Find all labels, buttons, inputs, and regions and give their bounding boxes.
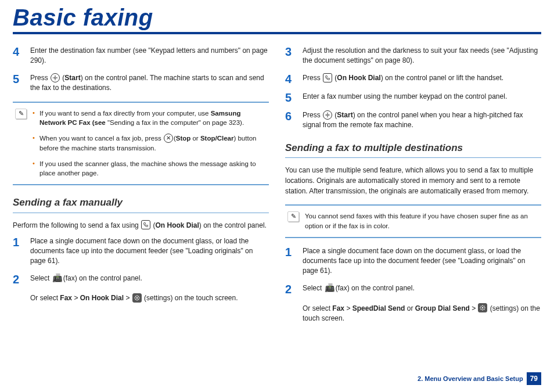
step-body: Enter the destination fax number (see "K… bbox=[30, 46, 269, 66]
step-r5: 5 Enter a fax number using the number ke… bbox=[285, 92, 541, 103]
start-icon bbox=[51, 73, 60, 82]
bold: SpeedDial Send bbox=[352, 304, 405, 312]
svg-line-25 bbox=[484, 309, 484, 310]
text: Perform the following to send a fax usin… bbox=[13, 221, 141, 229]
text: (settings) on the touch screen. bbox=[144, 294, 238, 302]
settings-icon bbox=[132, 293, 142, 303]
text: or bbox=[190, 135, 200, 142]
fax-icon: 📠 bbox=[325, 284, 335, 292]
text: Or select bbox=[303, 304, 332, 312]
subhead-multi: Sending a fax to multiple destinations bbox=[285, 141, 541, 159]
step-body: Select 📠(fax) on the control panel. Or s… bbox=[303, 283, 541, 324]
text: Press bbox=[303, 74, 322, 82]
text: ) on the control panel when you hear a h… bbox=[303, 111, 523, 129]
bold: Start bbox=[337, 111, 352, 119]
note-box: ✎ If you want to send a fax directly fro… bbox=[13, 102, 269, 185]
pencil-icon: ✎ bbox=[287, 211, 299, 222]
step-number: 6 bbox=[285, 110, 296, 131]
step-number: 5 bbox=[285, 92, 296, 103]
step-r6: 6 Press (Start) on the control panel whe… bbox=[285, 110, 541, 131]
svg-line-26 bbox=[481, 309, 481, 310]
step-d1: 1 Place a single document face down on t… bbox=[285, 246, 541, 276]
step-d2: 2 Select 📠(fax) on the control panel. Or… bbox=[285, 283, 541, 324]
note-box: ✎ You cannot send faxes with this featur… bbox=[285, 204, 541, 238]
step-body: Place a single document face down on the… bbox=[303, 246, 541, 276]
svg-line-11 bbox=[138, 299, 139, 300]
text: Press bbox=[30, 74, 50, 82]
svg-point-5 bbox=[136, 297, 138, 299]
text: Select bbox=[303, 284, 324, 292]
text: ) on the control panel or lift the hands… bbox=[381, 74, 503, 82]
step-5: 5 Press (Start) on the control panel. Th… bbox=[13, 73, 269, 93]
page-number: 79 bbox=[527, 372, 541, 385]
phone-icon bbox=[323, 73, 332, 82]
text: (fax) on the control panel. bbox=[63, 274, 142, 282]
text: Or select bbox=[30, 294, 60, 302]
text: (fax) on the control panel. bbox=[336, 284, 415, 292]
step-number: 3 bbox=[285, 46, 296, 66]
step-r3: 3 Adjust the resolution and the darkness… bbox=[285, 46, 541, 66]
left-column: 4 Enter the destination fax number (see … bbox=[13, 46, 269, 330]
bold: Stop bbox=[176, 135, 191, 142]
svg-point-19 bbox=[482, 307, 484, 309]
step-body: Adjust the resolution and the darkness t… bbox=[303, 46, 541, 66]
step-body: Enter a fax number using the number keyp… bbox=[303, 92, 541, 103]
page-title: Basic faxing bbox=[13, 5, 541, 34]
svg-line-10 bbox=[135, 296, 136, 297]
bold: Fax bbox=[60, 294, 72, 302]
step-number: 5 bbox=[13, 73, 23, 93]
paragraph: You can use the multiple send feature, w… bbox=[285, 165, 541, 196]
step-body: Select 📠(fax) on the control panel. Or s… bbox=[30, 274, 269, 304]
text: ) on the control panel. bbox=[199, 221, 267, 229]
bold: Stop/Clear bbox=[200, 135, 234, 142]
fax-icon: 📠 bbox=[52, 274, 63, 282]
step-number: 1 bbox=[285, 246, 296, 276]
start-icon bbox=[323, 110, 332, 120]
paragraph: Perform the following to send a fax usin… bbox=[13, 220, 269, 231]
chapter-label: 2. Menu Overview and Basic Setup bbox=[418, 375, 523, 382]
bold: On Hook Dial bbox=[337, 74, 380, 82]
text: If you want to send a fax directly from … bbox=[39, 110, 211, 117]
step-4: 4 Enter the destination fax number (see … bbox=[13, 46, 269, 66]
step-m1: 1 Place a single document face down on t… bbox=[13, 236, 269, 267]
svg-line-24 bbox=[481, 306, 481, 307]
step-body: Place a single document face down on the… bbox=[30, 236, 269, 267]
step-body: Press (Start) on the control panel when … bbox=[303, 110, 541, 131]
phone-icon bbox=[141, 220, 150, 229]
step-r4: 4 Press (On Hook Dial) on the control pa… bbox=[285, 73, 541, 85]
note-item: When you want to cancel a fax job, press… bbox=[33, 134, 264, 153]
svg-line-13 bbox=[138, 296, 139, 297]
page-footer: 2. Menu Overview and Basic Setup 79 bbox=[418, 372, 541, 385]
svg-line-27 bbox=[484, 306, 484, 307]
content-columns: 4 Enter the destination fax number (see … bbox=[13, 46, 541, 330]
step-body: Press (Start) on the control panel. The … bbox=[30, 73, 269, 93]
text: "Sending a fax in the computer" on page … bbox=[107, 119, 244, 126]
text: Select bbox=[30, 274, 52, 282]
note-item: If you want to send a fax directly from … bbox=[33, 109, 264, 128]
bold: Fax bbox=[332, 304, 344, 312]
svg-point-0 bbox=[55, 77, 56, 78]
right-column: 3 Adjust the resolution and the darkness… bbox=[285, 46, 541, 330]
note-item: You cannot send faxes with this feature … bbox=[305, 211, 537, 231]
step-m2: 2 Select 📠(fax) on the control panel. Or… bbox=[13, 274, 269, 304]
stop-icon: ✕ bbox=[164, 134, 173, 143]
step-number: 4 bbox=[13, 46, 23, 66]
step-number: 1 bbox=[13, 236, 23, 267]
svg-line-12 bbox=[135, 299, 136, 300]
text: When you want to cancel a fax job, press bbox=[39, 135, 163, 142]
text: or bbox=[405, 304, 415, 312]
bold: On Hook Dial bbox=[80, 294, 124, 302]
svg-point-14 bbox=[327, 114, 329, 116]
settings-icon bbox=[478, 303, 487, 312]
step-number: 4 bbox=[285, 73, 296, 85]
step-number: 2 bbox=[285, 283, 296, 324]
step-body: Press (On Hook Dial) on the control pane… bbox=[303, 73, 541, 85]
step-number: 2 bbox=[13, 274, 23, 304]
bold: Group Dial Send bbox=[415, 304, 470, 312]
pencil-icon: ✎ bbox=[15, 109, 27, 119]
text: Press bbox=[303, 111, 322, 119]
subhead-manual: Sending a fax manually bbox=[13, 196, 269, 213]
bold: Start bbox=[64, 74, 80, 82]
note-item: If you used the scanner glass, the machi… bbox=[33, 159, 264, 178]
bold: On Hook Dial bbox=[155, 221, 199, 229]
